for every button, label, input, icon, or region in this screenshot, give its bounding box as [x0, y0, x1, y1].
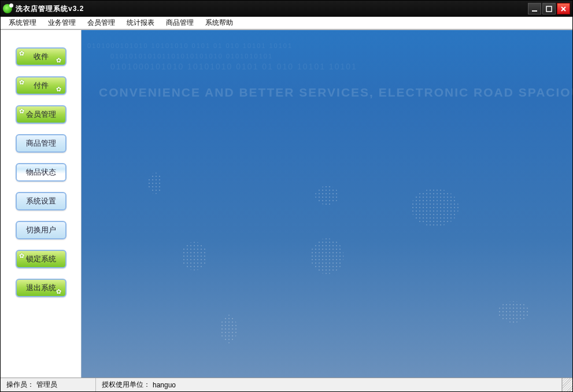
menu-product[interactable]: 商品管理: [160, 17, 199, 29]
sidebar-receive-button[interactable]: 收件: [16, 47, 66, 66]
resize-grip[interactable]: [562, 378, 572, 391]
flower-icon: [19, 50, 26, 57]
sidebar-switch-user-button[interactable]: 切换用户: [16, 221, 66, 239]
status-license: 授权使用单位： hanguo: [96, 378, 562, 391]
close-icon: [560, 6, 567, 12]
menubar: 系统管理 业务管理 会员管理 统计报表 商品管理 系统帮助: [1, 17, 572, 29]
sidebar-member-button[interactable]: 会员管理: [16, 105, 66, 124]
sidebar-item-status-button[interactable]: 物品状态: [16, 163, 66, 182]
body-area: 收件 付件 会员管理 商品管理 物品状态 系统设置 切换用户: [1, 29, 572, 378]
flower-icon: [56, 57, 63, 64]
menu-member[interactable]: 会员管理: [82, 17, 121, 29]
sidebar-deliver-button[interactable]: 付件: [16, 76, 66, 95]
world-map-background: [82, 123, 572, 365]
titlebar[interactable]: 洗衣店管理系统v3.2: [1, 1, 572, 17]
sidebar-label: 会员管理: [26, 109, 56, 120]
app-window: 洗衣店管理系统v3.2 系统管理 业务管理 会员管理 统计报表 商品管理 系统帮…: [0, 0, 573, 392]
app-icon: [3, 4, 12, 13]
menu-business[interactable]: 业务管理: [42, 17, 82, 29]
banner-tagline: CONVENIENCE AND BETTER SERVICES, ELECTRO…: [99, 86, 572, 99]
status-license-label: 授权使用单位：: [102, 380, 150, 390]
sidebar-label: 退出系统: [26, 283, 56, 293]
status-operator-value: 管理员: [36, 380, 57, 390]
flower-icon: [56, 86, 63, 93]
svg-rect-1: [546, 6, 552, 12]
sidebar-product-button[interactable]: 商品管理: [16, 134, 66, 153]
minimize-button[interactable]: [528, 3, 541, 14]
flower-icon: [19, 108, 26, 114]
menu-help[interactable]: 系统帮助: [199, 17, 239, 29]
window-title: 洗衣店管理系统v3.2: [16, 4, 84, 14]
sidebar-label: 付件: [34, 80, 49, 91]
flower-icon: [19, 252, 26, 259]
sidebar-label: 切换用户: [26, 225, 56, 235]
svg-rect-0: [532, 10, 537, 12]
maximize-button[interactable]: [542, 3, 556, 14]
close-button[interactable]: [557, 3, 570, 14]
status-license-value: hanguo: [153, 381, 176, 389]
menu-system[interactable]: 系统管理: [3, 17, 42, 29]
content-area: 0101000101010 10101010 0101 01 010 10101…: [82, 30, 572, 378]
menu-report[interactable]: 统计报表: [121, 17, 160, 29]
flower-icon: [56, 288, 63, 295]
sidebar-label: 商品管理: [26, 138, 56, 149]
maximize-icon: [546, 6, 552, 12]
status-operator: 操作员： 管理员: [1, 378, 96, 391]
minimize-icon: [531, 6, 538, 12]
sidebar-label: 物品状态: [26, 167, 56, 177]
sidebar-exit-button[interactable]: 退出系统: [16, 279, 66, 297]
statusbar: 操作员： 管理员 授权使用单位： hanguo: [1, 378, 572, 391]
sidebar-lock-system-button[interactable]: 锁定系统: [16, 250, 66, 268]
flower-icon: [19, 79, 26, 86]
banner-binary-text: 0101000101010 10101010 0101 01 010 10101…: [87, 40, 572, 72]
sidebar-system-settings-button[interactable]: 系统设置: [16, 192, 66, 210]
sidebar-label: 收件: [34, 51, 49, 62]
sidebar-label: 系统设置: [26, 196, 56, 206]
sidebar: 收件 付件 会员管理 商品管理 物品状态 系统设置 切换用户: [1, 30, 82, 378]
status-operator-label: 操作员：: [6, 380, 34, 390]
sidebar-label: 锁定系统: [26, 254, 56, 264]
